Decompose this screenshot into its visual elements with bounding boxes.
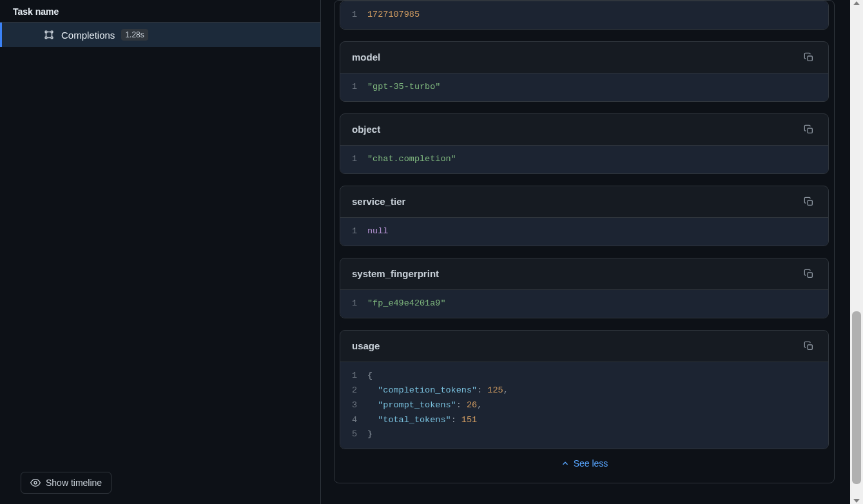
line-content: { [367, 369, 373, 383]
svg-rect-8 [808, 273, 812, 277]
svg-point-2 [45, 37, 47, 39]
card-header: model [340, 42, 828, 73]
svg-rect-6 [808, 128, 812, 133]
code-line: 4 "total_tokens": 151 [340, 413, 828, 428]
line-number: 1 [340, 296, 367, 311]
code-line: 2 "completion_tokens": 125, [340, 383, 828, 398]
svg-point-3 [51, 37, 53, 39]
code-line: 1"gpt-35-turbo" [340, 80, 828, 95]
line-number: 1 [340, 369, 367, 383]
completions-icon [43, 29, 55, 41]
task-duration-badge: 1.28s [121, 29, 148, 41]
code-block: 11727107985 [340, 1, 828, 29]
line-content: } [367, 427, 373, 442]
card-header: object [340, 114, 828, 145]
code-line: 5} [340, 427, 828, 442]
code-line: 3 "prompt_tokens": 26, [340, 398, 828, 413]
copy-icon [804, 197, 814, 207]
field-card-service_tier: service_tier1null [340, 186, 829, 246]
show-timeline-label: Show timeline [46, 478, 102, 488]
sidebar-footer: Show timeline [0, 461, 320, 504]
line-content: "fp_e49e4201a9" [367, 296, 446, 311]
code-block: 1"chat.completion" [340, 145, 828, 173]
scroll-thumb[interactable] [852, 311, 861, 484]
line-number: 1 [340, 224, 367, 239]
code-line: 1"chat.completion" [340, 152, 828, 167]
code-block: 1"fp_e49e4201a9" [340, 289, 828, 318]
code-line: 1{ [340, 369, 828, 383]
card-title: model [352, 52, 380, 63]
card-header: system_fingerprint [340, 258, 828, 289]
code-block: 1{2 "completion_tokens": 125,3 "prompt_t… [340, 362, 828, 449]
code-block: 1null [340, 217, 828, 246]
copy-icon [804, 269, 814, 279]
line-number: 3 [340, 398, 367, 413]
svg-point-0 [45, 31, 47, 33]
field-card-object: object1"chat.completion" [340, 113, 829, 174]
see-less-label: See less [574, 458, 608, 469]
see-less-button[interactable]: See less [340, 449, 829, 475]
line-content: "prompt_tokens": 26, [367, 398, 482, 413]
svg-point-1 [51, 31, 53, 33]
line-number: 1 [340, 80, 367, 95]
main-content[interactable]: 11727107985model1"gpt-35-turbo"object1"c… [321, 0, 850, 504]
copy-button[interactable] [801, 266, 817, 282]
code-block: 1"gpt-35-turbo" [340, 73, 828, 101]
field-card-model: model1"gpt-35-turbo" [340, 41, 829, 102]
copy-button[interactable] [801, 194, 817, 209]
field-card-system_fingerprint: system_fingerprint1"fp_e49e4201a9" [340, 258, 829, 318]
card-title: usage [352, 340, 380, 351]
copy-icon [804, 124, 814, 135]
line-number: 4 [340, 413, 367, 428]
line-content: "completion_tokens": 125, [367, 383, 509, 398]
field-card-created: 11727107985 [340, 1, 829, 30]
line-number: 1 [340, 152, 367, 167]
response-container: 11727107985model1"gpt-35-turbo"object1"c… [334, 0, 835, 483]
line-content: null [367, 224, 388, 239]
task-label: Completions [61, 30, 115, 41]
copy-button[interactable] [801, 338, 817, 354]
scroll-down-arrow-icon[interactable] [853, 499, 860, 503]
copy-button[interactable] [801, 122, 817, 137]
svg-point-4 [34, 481, 37, 484]
svg-rect-7 [808, 200, 812, 205]
code-line: 1null [340, 224, 828, 239]
eye-icon [30, 478, 41, 488]
line-number: 2 [340, 383, 367, 398]
chevron-up-icon [561, 459, 570, 468]
page-scrollbar[interactable] [850, 0, 863, 504]
scroll-track[interactable] [850, 5, 863, 499]
copy-icon [804, 341, 814, 351]
line-number: 5 [340, 427, 367, 442]
sidebar-header: Task name [0, 0, 320, 23]
task-item-completions[interactable]: Completions 1.28s [0, 23, 320, 47]
line-content: "chat.completion" [367, 152, 456, 167]
card-title: system_fingerprint [352, 268, 439, 279]
show-timeline-button[interactable]: Show timeline [21, 472, 112, 494]
line-number: 1 [340, 8, 367, 23]
svg-rect-5 [808, 56, 812, 61]
svg-rect-9 [808, 345, 812, 349]
line-content: "gpt-35-turbo" [367, 80, 440, 95]
code-line: 11727107985 [340, 8, 828, 23]
line-content: "total_tokens": 151 [367, 413, 477, 428]
card-header: usage [340, 331, 828, 362]
code-line: 1"fp_e49e4201a9" [340, 296, 828, 311]
sidebar: Task name Completions 1.28s Show timelin… [0, 0, 321, 504]
card-header: service_tier [340, 186, 828, 217]
copy-button[interactable] [801, 50, 817, 65]
field-card-usage: usage1{2 "completion_tokens": 125,3 "pro… [340, 330, 829, 450]
copy-icon [804, 52, 814, 63]
card-title: object [352, 124, 380, 135]
line-content: 1727107985 [367, 8, 420, 23]
card-title: service_tier [352, 196, 405, 207]
